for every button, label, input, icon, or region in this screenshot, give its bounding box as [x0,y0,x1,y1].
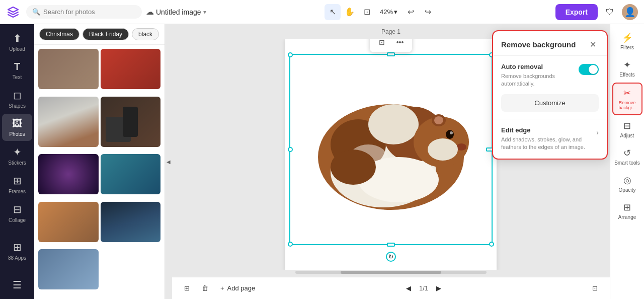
svg-point-7 [450,131,453,134]
settings-icon: ☰ [13,279,22,291]
right-item-smart-tools[interactable]: ↺ Smart tools [612,143,642,170]
hand-tool-btn[interactable]: ✋ [342,4,358,20]
right-item-arrange[interactable]: ⊞ Arrange [612,198,642,224]
sidebar-item-collage[interactable]: ⊟ Collage [2,199,32,227]
remove-bg-icon: ✂ [623,88,631,99]
list-item[interactable] [38,202,99,242]
undo-btn[interactable]: ↩ [403,4,419,20]
frame-tool-btn[interactable]: ⊡ [359,4,375,20]
export-button[interactable]: Export [555,4,598,20]
sidebar-item-apps[interactable]: ⊞ 88 Apps [2,237,32,265]
list-item[interactable] [38,49,99,89]
svg-point-4 [368,104,419,144]
horizontal-scrollbar[interactable] [295,271,487,274]
svg-point-14 [331,150,376,185]
right-item-opacity[interactable]: ◎ Opacity [612,171,642,197]
main-content: ⬆ Upload T Text ◻ Shapes 🖼 Photos ✦ Stic… [0,24,644,299]
auto-removal-row: Auto removal Remove backgrounds automati… [501,63,599,88]
edit-edge-row: Edit edge Add shadows, strokes, glow, an… [501,126,599,152]
toggle-knob [589,65,598,74]
topbar-right: Export 🛡 👤 [555,4,638,20]
photos-icon: 🖼 [12,118,22,129]
document-title[interactable]: ☁ Untitled image ▾ [146,7,206,17]
sidebar-item-shapes[interactable]: ◻ Shapes [2,85,32,113]
edit-edge-text: Edit edge Add shadows, strokes, glow, an… [501,126,596,152]
tag-christmas[interactable]: Christmas [39,28,79,40]
canvas-page: ⊡ ••• ↻ [285,39,497,270]
sidebar-item-settings[interactable]: ☰ [2,275,32,295]
search-bar[interactable]: 🔍 [26,5,142,19]
text-icon: T [14,61,20,72]
rotate-handle[interactable]: ↻ [386,252,396,262]
photos-grid [34,45,165,299]
chevron-right-icon: › [596,128,599,136]
list-item[interactable] [38,154,99,194]
list-item[interactable] [101,202,161,242]
smart-tools-icon: ↺ [623,147,631,159]
stickers-icon: ✦ [13,146,22,158]
cloud-icon: ☁ [146,7,154,17]
right-panel: ⚡ Filters ✦ Effects ✂ Remove backgr... ⊟… [610,24,644,299]
frames-btn[interactable]: ⊞ [180,281,194,295]
list-item[interactable] [38,97,99,147]
sidebar-item-text[interactable]: T Text [2,57,32,84]
list-item[interactable] [101,49,161,89]
search-icon: 🔍 [32,8,40,16]
sidebar-item-photos[interactable]: 🖼 Photos [2,114,32,141]
sidebar-item-upload[interactable]: ⬆ Upload [2,28,32,56]
app-logo[interactable] [6,5,20,19]
sidebar-item-frames[interactable]: ⊞ Frames [2,171,32,198]
list-item[interactable] [38,249,99,289]
avatar[interactable]: 👤 [622,4,638,20]
panel-header: Remove background ✕ [493,31,607,56]
panel-close-btn[interactable]: ✕ [587,38,599,50]
effects-icon: ✦ [623,59,631,70]
list-item[interactable] [101,154,161,194]
collage-icon: ⊟ [13,203,22,215]
context-btn-more[interactable]: ••• [393,39,407,49]
right-item-remove-bg[interactable]: ✂ Remove backgr... [612,83,642,115]
guinea-pig-image [313,84,469,215]
panel-collapse-handle[interactable]: ◀ [165,24,172,299]
tag-list: Christmas Black Friday black [34,24,165,45]
customize-button[interactable]: Customize [501,94,599,112]
bottom-tools: ⊞ 🗑 + Add page [180,281,259,295]
list-item[interactable] [101,97,161,147]
photos-panel: Christmas Black Friday black [34,24,165,299]
tag-black-friday[interactable]: Black Friday [83,28,129,40]
svg-point-9 [428,138,458,161]
plus-icon: + [220,284,224,292]
select-tool-btn[interactable]: ↖ [325,4,341,20]
topbar: 🔍 ☁ Untitled image ▾ ↖ ✋ ⊡ 42% ▾ ↩ ↪ Exp… [0,0,644,24]
context-btn-1[interactable]: ⊡ [375,39,389,49]
fit-page-btn[interactable]: ⊡ [588,281,602,295]
redo-btn[interactable]: ↪ [420,4,436,20]
arrange-icon: ⊞ [623,202,631,213]
sidebar-item-stickers[interactable]: ✦ Stickers [2,142,32,170]
adjust-icon: ⊟ [623,120,631,131]
apps-icon: ⊞ [13,241,22,253]
auto-removal-toggle[interactable] [579,64,599,75]
remove-background-panel: Remove background ✕ Auto removal Remove … [492,30,608,160]
chevron-down-icon: ▾ [203,9,206,16]
canvas-bottom-bar: ⊞ 🗑 + Add page ◀ 1/1 ▶ ⊡ [172,277,610,299]
shapes-icon: ◻ [13,89,22,101]
prev-page-btn[interactable]: ◀ [402,281,415,295]
upload-icon: ⬆ [13,32,22,44]
tag-black[interactable]: black [132,28,159,40]
shield-icon[interactable]: 🛡 [602,4,618,20]
add-page-btn[interactable]: + Add page [216,281,259,295]
right-item-adjust[interactable]: ⊟ Adjust [612,116,642,142]
delete-btn[interactable]: 🗑 [198,281,212,295]
page-navigation: ◀ 1/1 ▶ [402,281,445,295]
next-page-btn[interactable]: ▶ [432,281,445,295]
right-item-filters[interactable]: ⚡ Filters [612,28,642,54]
auto-removal-section: Auto removal Remove backgrounds automati… [493,56,607,119]
auto-removal-desc: Remove backgrounds automatically. [501,72,575,88]
topbar-center: ☁ Untitled image ▾ ↖ ✋ ⊡ 42% ▾ ↩ ↪ [146,4,551,20]
left-sidebar: ⬆ Upload T Text ◻ Shapes 🖼 Photos ✦ Stic… [0,24,34,299]
zoom-control[interactable]: 42% ▾ [376,6,401,18]
right-item-effects[interactable]: ✦ Effects [612,55,642,82]
search-input[interactable] [43,8,136,16]
svg-point-6 [446,130,454,139]
